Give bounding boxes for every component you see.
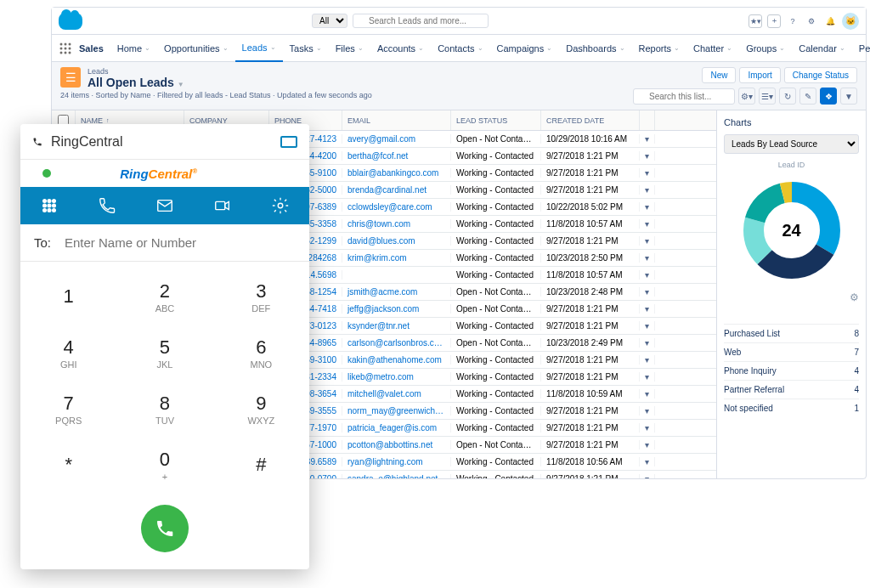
col-email[interactable]: EMAIL <box>342 110 451 130</box>
video-icon[interactable] <box>199 196 246 215</box>
email-link[interactable]: bblair@abankingco.com <box>342 168 451 178</box>
row-actions-icon[interactable]: ▾ <box>640 338 655 348</box>
row-actions-icon[interactable]: ▾ <box>640 372 655 382</box>
list-search-input[interactable] <box>633 88 735 105</box>
key-4[interactable]: 4GHI <box>20 325 116 381</box>
col-status[interactable]: LEAD STATUS <box>451 110 541 130</box>
messages-icon[interactable] <box>141 196 189 215</box>
key-8[interactable]: 8TUV <box>116 381 212 437</box>
avatar[interactable]: 🐱 <box>842 13 859 30</box>
charts-icon[interactable]: ❖ <box>820 88 837 105</box>
nav-home[interactable]: Home⌄ <box>110 35 157 62</box>
email-link[interactable]: bertha@fcof.net <box>342 151 451 161</box>
nav-reports[interactable]: Reports⌄ <box>632 35 687 62</box>
key-1[interactable]: 1 <box>20 269 116 325</box>
key-0[interactable]: 0+ <box>116 437 212 493</box>
call-button[interactable] <box>141 505 189 552</box>
row-actions-icon[interactable]: ▾ <box>640 253 655 263</box>
nav-contacts[interactable]: Contacts⌄ <box>431 35 489 62</box>
row-actions-icon[interactable]: ▾ <box>640 389 655 399</box>
email-link[interactable]: chris@town.com <box>342 219 451 229</box>
email-link[interactable]: mitchell@valet.com <box>342 389 451 399</box>
email-link[interactable]: brenda@cardinal.net <box>342 185 451 195</box>
email-link[interactable]: jeffg@jackson.com <box>342 304 451 314</box>
email-link[interactable]: krim@krim.com <box>342 253 451 263</box>
row-actions-icon[interactable]: ▾ <box>640 270 655 280</box>
key-*[interactable]: * <box>20 437 116 493</box>
nav-tasks[interactable]: Tasks⌄ <box>283 35 329 62</box>
dial-input[interactable] <box>65 235 296 250</box>
setup-gear-icon[interactable]: ⚙ <box>805 14 818 28</box>
notifications-icon[interactable]: 🔔 <box>823 14 837 28</box>
email-link[interactable]: ksynder@tnr.net <box>342 321 451 331</box>
row-actions-icon[interactable]: ▾ <box>640 134 655 144</box>
row-actions-icon[interactable]: ▾ <box>640 185 655 195</box>
key-2[interactable]: 2ABC <box>116 269 212 325</box>
nav-opportunities[interactable]: Opportunities⌄ <box>157 35 234 62</box>
display-as-icon[interactable]: ☰▾ <box>759 88 776 105</box>
help-icon[interactable]: ? <box>786 14 799 28</box>
key-5[interactable]: 5JKL <box>116 325 212 381</box>
nav-accounts[interactable]: Accounts⌄ <box>370 35 431 62</box>
row-actions-icon[interactable]: ▾ <box>640 168 655 178</box>
row-actions-icon[interactable]: ▾ <box>640 457 655 466</box>
email-link[interactable]: norm_may@greenwich.net <box>342 406 451 416</box>
row-actions-icon[interactable]: ▾ <box>640 440 655 449</box>
key-7[interactable]: 7PQRS <box>20 381 116 437</box>
nav-chatter[interactable]: Chatter⌄ <box>686 35 739 62</box>
nav-leads[interactable]: Leads⌄ <box>235 35 283 62</box>
import-button[interactable]: Import <box>739 67 780 83</box>
chart-source-select[interactable]: Leads By Lead Source <box>724 134 859 154</box>
row-actions-icon[interactable]: ▾ <box>640 304 655 314</box>
row-actions-icon[interactable]: ▾ <box>640 423 655 433</box>
email-link[interactable]: cclowdsley@care.com <box>342 202 451 212</box>
list-settings-gear-icon[interactable]: ⚙▾ <box>738 88 755 105</box>
global-search-input[interactable] <box>353 14 489 28</box>
email-link[interactable]: pcotton@abbottins.net <box>342 440 451 449</box>
edit-icon[interactable]: ✎ <box>799 88 816 105</box>
key-9[interactable]: 9WXYZ <box>213 381 309 437</box>
key-#[interactable]: # <box>213 437 309 493</box>
dialpad-icon[interactable] <box>25 196 73 215</box>
dock-icon[interactable] <box>280 136 297 148</box>
row-actions-icon[interactable]: ▾ <box>640 202 655 212</box>
chevron-down-icon[interactable]: ▼ <box>178 81 184 88</box>
email-link[interactable]: likeb@metro.com <box>342 372 451 382</box>
row-actions-icon[interactable]: ▾ <box>640 321 655 331</box>
key-3[interactable]: 3DEF <box>213 269 309 325</box>
nav-dashboards[interactable]: Dashboards⌄ <box>559 35 631 62</box>
page-title[interactable]: All Open Leads <box>88 76 174 89</box>
nav-files[interactable]: Files⌄ <box>329 35 370 62</box>
email-link[interactable]: kakin@athenahome.com <box>342 355 451 365</box>
row-actions-icon[interactable]: ▾ <box>640 151 655 161</box>
email-link[interactable]: david@blues.com <box>342 236 451 246</box>
app-launcher-icon[interactable] <box>59 42 72 55</box>
email-link[interactable]: avery@gmail.com <box>342 134 451 144</box>
settings-gear-icon[interactable] <box>257 196 304 215</box>
row-actions-icon[interactable]: ▾ <box>640 474 655 478</box>
filters-icon[interactable]: ▼ <box>840 88 857 105</box>
nav-people[interactable]: People⌄ <box>852 35 870 62</box>
col-created[interactable]: CREATED DATE <box>541 110 640 130</box>
new-button[interactable]: New <box>702 67 736 83</box>
email-link[interactable]: carlson@carlsonbros.com <box>342 338 451 348</box>
calls-icon[interactable] <box>83 196 131 215</box>
row-actions-icon[interactable]: ▾ <box>640 236 655 246</box>
add-icon[interactable]: ＋ <box>767 14 781 28</box>
chart-settings-gear-icon[interactable]: ⚙ <box>724 291 859 303</box>
key-6[interactable]: 6MNO <box>213 325 309 381</box>
nav-campaigns[interactable]: Campaigns⌄ <box>490 35 560 62</box>
email-link[interactable]: jsmith@acme.com <box>342 287 451 297</box>
change-status-button[interactable]: Change Status <box>784 67 857 83</box>
row-actions-icon[interactable]: ▾ <box>640 287 655 297</box>
email-link[interactable]: sandra_e@highland.net <box>342 474 451 478</box>
row-actions-icon[interactable]: ▾ <box>640 355 655 365</box>
nav-groups[interactable]: Groups⌄ <box>739 35 792 62</box>
email-link[interactable]: ryan@lightning.com <box>342 457 451 466</box>
row-actions-icon[interactable]: ▾ <box>640 219 655 229</box>
nav-calendar[interactable]: Calendar⌄ <box>792 35 852 62</box>
email-link[interactable]: patricia_feager@is.com <box>342 423 451 433</box>
refresh-icon[interactable]: ↻ <box>779 88 796 105</box>
search-scope-select[interactable]: All <box>312 14 347 28</box>
row-actions-icon[interactable]: ▾ <box>640 406 655 416</box>
